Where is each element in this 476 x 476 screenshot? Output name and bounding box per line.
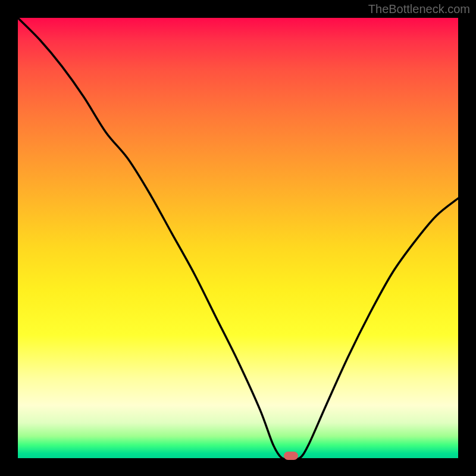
plot-area bbox=[18, 18, 458, 458]
chart-container: TheBottleneck.com bbox=[0, 0, 476, 476]
minimum-marker bbox=[284, 452, 298, 460]
curve-line bbox=[18, 18, 458, 458]
watermark-text: TheBottleneck.com bbox=[368, 2, 470, 16]
